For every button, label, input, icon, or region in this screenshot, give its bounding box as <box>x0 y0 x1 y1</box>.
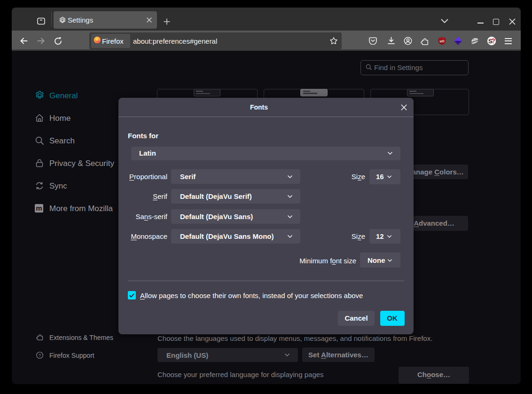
svg-text:?: ? <box>39 353 41 358</box>
svg-text:?: ? <box>491 37 495 45</box>
svg-text:uO: uO <box>440 39 445 43</box>
